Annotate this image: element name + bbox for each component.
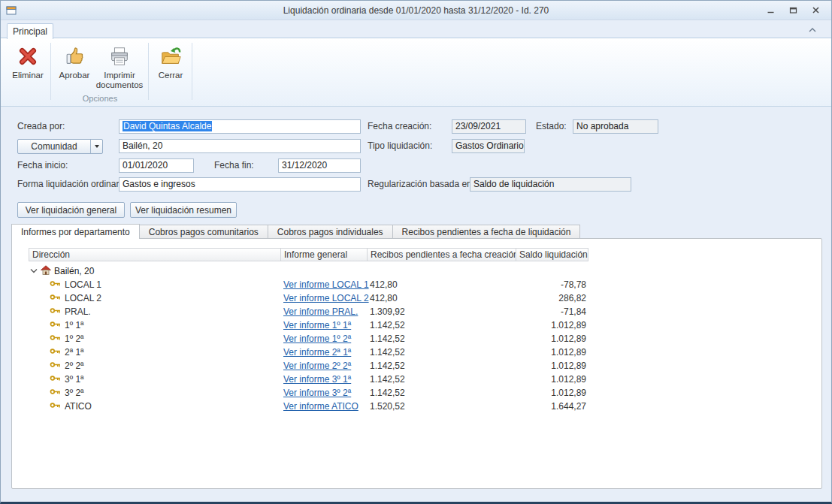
fecha-inicio-label: Fecha inicio:	[17, 158, 68, 173]
recibos-value: 1.142,52	[367, 388, 516, 398]
informe-link[interactable]: Ver informe 2ª 1ª	[283, 347, 351, 358]
cerrar-button[interactable]: Cerrar	[151, 44, 190, 80]
column-header-saldo-liquidacion[interactable]: Saldo liquidación	[516, 249, 589, 261]
informe-link[interactable]: Ver informe 1º 2ª	[283, 333, 351, 344]
comunidad-button-label: Comunidad	[31, 141, 77, 152]
app-window: Liquidación ordinaria desde 01/01/2020 h…	[0, 0, 832, 504]
table-row: PRAL. Ver informe PRAL. 1.309,92 -71,84	[29, 305, 588, 318]
forma-liquidacion-label: Forma liquidación ordinaria:	[17, 177, 129, 192]
informe-link[interactable]: Ver informe LOCAL 1	[283, 279, 369, 290]
tab-recibos-pendientes[interactable]: Recibos pendientes a fecha de liquidació…	[392, 225, 581, 239]
table-row: LOCAL 2 Ver informe LOCAL 2 412,80 286,8…	[29, 291, 588, 305]
column-header-direccion[interactable]: Dirección	[29, 249, 281, 261]
table-row: 1º 1ª Ver informe 1º 1ª 1.142,52 1.012,8…	[29, 318, 588, 332]
recibos-value: 1.142,52	[367, 333, 516, 344]
comunidad-field[interactable]: Bailén, 20	[119, 139, 361, 153]
delete-icon	[15, 44, 41, 69]
group-row[interactable]: Bailén, 20	[29, 264, 588, 278]
department-label: LOCAL 2	[65, 293, 101, 303]
ribbon: Eliminar Aprobar	[1, 38, 831, 107]
informe-link[interactable]: Ver informe PRAL.	[283, 306, 358, 317]
recibos-value: 412,80	[367, 279, 516, 290]
key-icon	[50, 320, 61, 330]
cerrar-label: Cerrar	[159, 71, 183, 80]
key-icon	[50, 388, 61, 398]
regularizacion-field[interactable]: Saldo de liquidación	[470, 177, 631, 192]
ribbon-separator	[148, 43, 149, 100]
informe-link[interactable]: Ver informe ATICO	[283, 401, 359, 412]
ribbon-separator	[50, 43, 51, 100]
collapse-ribbon-icon[interactable]	[806, 24, 819, 36]
collapse-group-icon[interactable]	[30, 266, 38, 276]
saldo-value: -78,78	[516, 279, 588, 290]
grid-header: Dirección Informe general Recibos pendie…	[29, 248, 588, 261]
key-icon	[50, 279, 61, 290]
grid-body: Bailén, 20 LOCAL 1 Ver informe LOCAL 1 4…	[29, 264, 588, 413]
table-row: 3º 1ª Ver informe 3º 1ª 1.142,52 1.012,8…	[29, 373, 588, 386]
eliminar-button[interactable]: Eliminar	[7, 44, 49, 80]
close-icon[interactable]	[810, 5, 821, 16]
creada-por-field[interactable]: David Quintas Alcalde	[119, 119, 361, 134]
tab-cobros-pagos-individuales[interactable]: Cobros pagos individuales	[268, 225, 392, 239]
ver-liquidacion-general-button[interactable]: Ver liquidación general	[17, 202, 125, 218]
table-row: 2º 2ª Ver informe 2º 2ª 1.142,52 1.012,8…	[29, 359, 588, 373]
ribbon-tab-row: Principal	[1, 20, 831, 38]
minimize-icon[interactable]	[765, 5, 776, 16]
department-label: 3º 1ª	[65, 374, 84, 385]
aprobar-button[interactable]: Aprobar	[55, 44, 94, 80]
tipo-liquidacion-label: Tipo liquidación:	[368, 139, 432, 153]
recibos-value: 412,80	[367, 293, 516, 303]
window-title: Liquidación ordinaria desde 01/01/2020 h…	[1, 5, 831, 16]
close-folder-icon	[158, 44, 183, 69]
fecha-fin-field[interactable]: 31/12/2020	[278, 158, 361, 173]
title-bar: Liquidación ordinaria desde 01/01/2020 h…	[1, 1, 831, 20]
ribbon-separator	[192, 43, 192, 100]
informe-link[interactable]: Ver informe 3º 1ª	[283, 374, 351, 385]
content-area: Creada por: David Quintas Alcalde Fecha …	[1, 107, 831, 502]
recibos-value: 1.142,52	[367, 347, 516, 358]
detail-panel: Dirección Informe general Recibos pendie…	[11, 238, 822, 489]
ver-liquidacion-resumen-button[interactable]: Ver liquidación resumen	[130, 202, 237, 218]
forma-liquidacion-field[interactable]: Gastos e ingresos	[119, 177, 361, 192]
informe-link[interactable]: Ver informe 2º 2ª	[283, 361, 351, 371]
fecha-creacion-field[interactable]: 23/09/2021	[452, 119, 526, 134]
recibos-value: 1.309,92	[367, 306, 516, 317]
app-icon	[5, 5, 17, 17]
department-label: 2ª 1ª	[65, 347, 84, 358]
recibos-value: 1.520,52	[367, 401, 516, 412]
comunidad-dropdown-button[interactable]: Comunidad	[17, 139, 103, 154]
informe-link[interactable]: Ver informe LOCAL 2	[283, 293, 369, 303]
tab-principal[interactable]: Principal	[7, 23, 53, 39]
tab-informes-por-departamento[interactable]: Informes por departamento	[11, 224, 140, 239]
saldo-value: 1.012,89	[516, 320, 588, 330]
saldo-value: 1.012,89	[516, 361, 588, 371]
chevron-down-icon[interactable]	[90, 140, 102, 153]
imprimir-documentos-button[interactable]: Imprimir documentos	[94, 44, 145, 90]
tipo-liquidacion-field[interactable]: Gastos Ordinarios	[452, 139, 525, 153]
recibos-value: 1.142,52	[367, 374, 516, 385]
column-header-informe-general[interactable]: Informe general	[281, 249, 368, 261]
informe-link[interactable]: Ver informe 1º 1ª	[283, 320, 351, 330]
department-label: 1º 2ª	[65, 333, 84, 344]
saldo-value: 1.012,89	[516, 388, 588, 398]
key-icon	[50, 293, 61, 303]
department-label: 2º 2ª	[65, 361, 84, 371]
tab-cobros-pagos-comunitarios[interactable]: Cobros pagos comunitarios	[140, 225, 268, 239]
saldo-value: 1.012,89	[516, 347, 588, 358]
column-header-recibos-pendientes[interactable]: Recibos pendientes a fecha creación	[368, 249, 516, 261]
window-controls	[765, 5, 831, 16]
informe-link[interactable]: Ver informe 3º 2ª	[283, 388, 351, 398]
saldo-value: 1.012,89	[516, 374, 588, 385]
detail-tabs: Informes por departamento Cobros pagos c…	[11, 224, 580, 239]
saldo-value: 286,82	[516, 293, 588, 303]
key-icon	[50, 401, 61, 412]
fecha-inicio-field[interactable]: 01/01/2020	[119, 158, 194, 173]
aprobar-label: Aprobar	[59, 71, 90, 80]
creada-por-label: Creada por:	[17, 119, 65, 134]
ribbon-group-caption: Opciones	[52, 94, 148, 103]
key-icon	[50, 347, 61, 358]
restore-icon[interactable]	[788, 5, 798, 16]
departments-grid: Dirección Informe general Recibos pendie…	[29, 248, 588, 413]
table-row: 2ª 1ª Ver informe 2ª 1ª 1.142,52 1.012,8…	[29, 346, 588, 359]
estado-field[interactable]: No aprobada	[573, 119, 658, 134]
